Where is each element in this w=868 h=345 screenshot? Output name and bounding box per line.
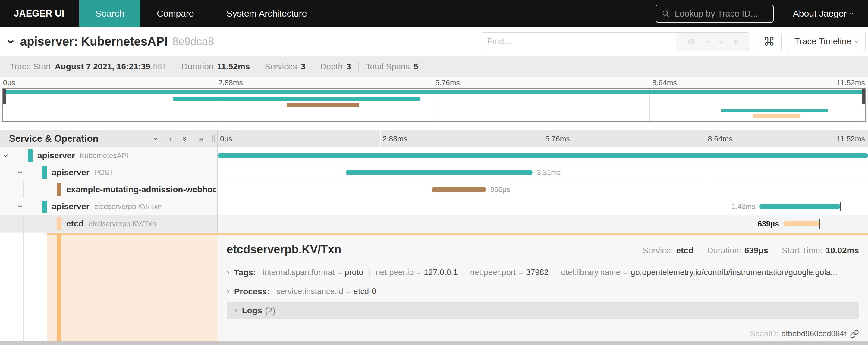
span-color-bar: [57, 218, 61, 230]
trace-title: apiserver: KubernetesAPI: [20, 35, 167, 48]
stat-label: Depth: [320, 62, 343, 71]
stat-label: Total Spans: [366, 62, 410, 71]
axis-tick: 8.64ms: [652, 78, 677, 87]
nav-item-search[interactable]: Search: [79, 0, 141, 27]
next-result-icon[interactable]: ›: [717, 40, 725, 43]
span-detail-panel: etcdserverpb.KV/Txn Service: etcd Durati…: [218, 232, 868, 342]
meta-label: Start Time:: [782, 246, 823, 255]
stat-value: 5: [413, 62, 418, 71]
minimap-left-drag-handle[interactable]: [3, 89, 6, 104]
command-icon: ⌘: [764, 35, 775, 48]
find-input[interactable]: [481, 32, 676, 51]
span-id-value: dfbebd960ced064f: [781, 329, 846, 338]
shortcuts-button[interactable]: ⌘: [757, 32, 781, 51]
span-duration-bar[interactable]: [218, 153, 868, 158]
span-rows: › apiserver KubernetesAPI › apiserver PO…: [0, 147, 868, 232]
expand-all-icon[interactable]: »: [198, 134, 204, 143]
axis-tick: 11.52ms: [837, 78, 865, 87]
tag-key: otel.library.name: [561, 268, 621, 277]
span-duration-label: 639μs: [758, 219, 779, 228]
focus-target-icon[interactable]: [687, 38, 695, 46]
selected-span-color-bar: [57, 232, 61, 342]
span-row-webhook[interactable]: example-mutating-admission-webhook... 96…: [0, 181, 868, 198]
search-icon: [661, 9, 670, 18]
axis-tick: 2.88ms: [383, 134, 407, 143]
process-label: Process:: [234, 287, 270, 296]
stat-value: August 7 2021, 16:21:39: [55, 62, 150, 71]
collapse-span-chevron-icon[interactable]: ›: [1, 154, 11, 157]
span-duration-bar[interactable]: [346, 170, 532, 175]
process-value: etcd-0: [353, 287, 376, 296]
expand-one-icon[interactable]: ›: [169, 134, 172, 143]
stat-value: 3: [301, 62, 306, 71]
tag-key: net.peer.port: [470, 268, 516, 277]
collapse-deep-icon[interactable]: »: [181, 136, 190, 141]
timeline-header: Service & Operation › › » » 0μs 2.88ms 5…: [0, 130, 868, 147]
process-key: service.instance.id: [276, 287, 343, 296]
axis-tick: 0μs: [220, 134, 232, 143]
meta-label: Duration:: [707, 246, 741, 255]
span-duration-bar[interactable]: [432, 187, 486, 193]
timeline-axis: 0μs 2.88ms 5.76ms 8.64ms 11.52ms: [218, 130, 868, 147]
span-operation: POST: [94, 168, 114, 177]
process-accordion[interactable]: › Process: service.instance.id = etcd-0: [227, 287, 859, 299]
nav-item-system-architecture[interactable]: System Architecture: [210, 0, 323, 27]
minimap-right-drag-handle[interactable]: [862, 89, 865, 104]
tag-value: 37982: [526, 268, 549, 277]
tag-value: 127.0.0.1: [424, 268, 458, 277]
meta-value: 10.02ms: [826, 246, 859, 255]
prev-result-icon[interactable]: ›: [703, 40, 712, 43]
meta-value: etcd: [676, 246, 693, 255]
span-row-apiserver-txn[interactable]: › apiserver etcdserverpb.KV/Txn 1.43ms: [0, 198, 868, 215]
link-icon[interactable]: [850, 329, 859, 338]
clear-find-icon[interactable]: ×: [733, 37, 739, 47]
tag-value: go.opentelemetry.io/contrib/instrumentat…: [631, 268, 837, 277]
chevron-right-icon: ›: [227, 268, 229, 277]
meta-value: 639μs: [744, 246, 768, 255]
trace-summary-bar: Trace Start August 7 2021, 16:21:39 .661…: [0, 56, 868, 77]
app-brand: JAEGER UI: [0, 8, 79, 19]
collapse-span-chevron-icon[interactable]: ›: [16, 205, 26, 208]
span-row-etcd-txn-selected[interactable]: etcd etcdserverpb.KV/Txn 639μs: [0, 215, 868, 232]
logs-label: Logs: [242, 306, 262, 315]
bottom-scrollbar[interactable]: [0, 341, 868, 345]
find-controls: › › ×: [676, 32, 750, 51]
column-resize-handle[interactable]: [213, 136, 215, 142]
axis-tick: 5.76ms: [545, 134, 570, 143]
tags-accordion[interactable]: › Tags: internal.span.format = proto net…: [227, 268, 859, 282]
span-operation: etcdserverpb.KV/Txn: [94, 202, 162, 211]
axis-tick: 11.52ms: [837, 134, 865, 143]
span-service: apiserver: [52, 202, 90, 211]
timeline-header-left: Service & Operation › › » »: [0, 130, 218, 147]
collapse-trace-chevron-icon[interactable]: ›: [4, 39, 19, 44]
span-duration-bar[interactable]: [760, 204, 840, 209]
nav-item-compare[interactable]: Compare: [141, 0, 210, 27]
tag-key: net.peer.ip: [375, 268, 413, 277]
span-duration-label: 3.31ms: [537, 168, 561, 177]
trace-id: 8e9dca8: [173, 35, 214, 48]
logs-accordion[interactable]: › Logs (2): [227, 303, 859, 319]
trace-id-lookup-input[interactable]: [674, 8, 768, 19]
span-color-bar: [42, 201, 47, 213]
stat-label: Trace Start: [10, 62, 51, 71]
minimap-viewport[interactable]: [2, 88, 866, 122]
span-service: apiserver: [37, 151, 75, 161]
collapse-span-chevron-icon[interactable]: ›: [16, 171, 26, 174]
stat-value: 11.52ms: [217, 62, 250, 71]
view-selector-button[interactable]: Trace Timeline ›: [787, 32, 866, 51]
about-jaeger-menu[interactable]: About Jaeger ›: [793, 8, 853, 19]
tags-label: Tags:: [234, 268, 256, 278]
detail-operation-title: etcdserverpb.KV/Txn: [227, 243, 341, 256]
trace-id-lookup[interactable]: [655, 4, 774, 23]
span-row-apiserver-post[interactable]: › apiserver POST 3.31ms: [0, 164, 868, 181]
minimap-span-bar: [287, 104, 359, 107]
collapse-all-icon[interactable]: ›: [152, 137, 161, 140]
detail-meta: Service: etcd Duration: 639μs Start Time…: [643, 246, 859, 255]
span-color-bar: [28, 149, 33, 162]
minimap-span-bar: [173, 97, 421, 101]
chevron-down-icon: ›: [852, 40, 861, 43]
span-duration-bar[interactable]: [783, 221, 819, 227]
span-duration-label: 966μs: [490, 185, 510, 194]
detail-tree-gutter: [0, 232, 218, 342]
span-row-apiserver-kubernetesapi[interactable]: › apiserver KubernetesAPI: [0, 147, 868, 164]
